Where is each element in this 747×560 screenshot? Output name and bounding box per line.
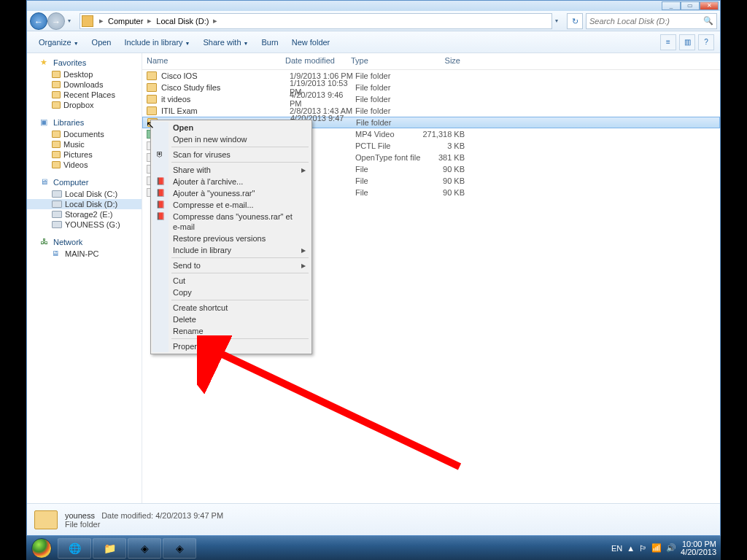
burn-button[interactable]: Burn <box>255 35 284 50</box>
folder-icon <box>34 510 58 529</box>
folder-icon <box>52 141 61 148</box>
sidebar-favorites[interactable]: ★Favorites <box>27 56 142 69</box>
sidebar-item-pictures[interactable]: Pictures <box>27 149 142 160</box>
taskbar: 🌐 📁 ◈ ◈ EN ▲ 🏳 📶 🔊 10:00 PM 4/20/2013 <box>26 536 721 560</box>
toolbar: Organize▼ Open Include in library▼ Share… <box>27 31 720 53</box>
tray-clock[interactable]: 10:00 PM 4/20/2013 <box>681 540 716 556</box>
sidebar: ★Favorites Desktop Downloads Recent Plac… <box>27 53 142 503</box>
sidebar-item-drive-e[interactable]: Storage2 (E:) <box>27 209 142 219</box>
tray-volume-icon[interactable]: 🔊 <box>666 543 676 553</box>
cm-properties[interactable]: Properties <box>152 341 310 352</box>
chevron-right-icon: ▶ <box>301 261 306 271</box>
navbar: ← → ▾ ▸ Computer ▸ Local Disk (D:) ▸ ▾ ↻… <box>27 11 720 31</box>
cm-add-archive[interactable]: 📕Ajouter à l'archive... <box>152 176 310 187</box>
sidebar-item-documents[interactable]: Documents <box>27 129 142 139</box>
network-icon: 🖧 <box>40 237 50 247</box>
include-library-button[interactable]: Include in library▼ <box>119 35 196 50</box>
file-type: File folder <box>355 95 421 104</box>
file-row[interactable]: it videos4/20/2013 9:46 PMFile folder <box>142 93 720 105</box>
cm-restore-versions[interactable]: Restore previous versions <box>152 233 310 244</box>
file-size: 381 KB <box>421 153 465 162</box>
cm-compress-email[interactable]: 📕Compresse et e-mail... <box>152 199 310 211</box>
breadcrumb-drive[interactable]: Local Disk (D:) <box>155 17 210 26</box>
file-type: File folder <box>355 106 421 115</box>
separator <box>171 147 309 147</box>
tray-action-center-icon[interactable]: 🏳 <box>639 544 647 553</box>
cm-cut[interactable]: Cut <box>152 275 310 287</box>
file-type: PCTL File <box>355 141 421 150</box>
sidebar-item-drive-c[interactable]: Local Disk (C:) <box>27 189 142 199</box>
refresh-button[interactable]: ↻ <box>567 13 583 29</box>
taskbar-explorer[interactable]: 📁 <box>93 538 126 559</box>
sidebar-item-mainpc[interactable]: 🖥MAIN-PC <box>27 249 142 259</box>
chevron-right-icon[interactable]: ▸ <box>96 16 107 26</box>
maximize-button[interactable]: ▭ <box>681 1 700 10</box>
breadcrumb-dropdown[interactable]: ▾ <box>555 14 564 28</box>
cm-open-new-window[interactable]: Open in new window <box>152 133 310 145</box>
col-date[interactable]: Date modified <box>285 56 351 65</box>
cm-share-with[interactable]: Share with▶ <box>152 164 310 176</box>
preview-pane-button[interactable]: ▥ <box>679 34 695 50</box>
minimize-button[interactable]: _ <box>662 1 681 10</box>
close-button[interactable]: ✕ <box>700 1 719 10</box>
organize-button[interactable]: Organize▼ <box>33 35 85 50</box>
chevron-right-icon: ▶ <box>301 246 306 256</box>
explorer-window: _ ▭ ✕ ← → ▾ ▸ Computer ▸ Local Disk (D:)… <box>26 0 721 536</box>
taskbar-ie[interactable]: 🌐 <box>58 538 91 559</box>
chevron-right-icon[interactable]: ▸ <box>144 16 155 26</box>
cm-copy[interactable]: Copy <box>152 287 310 298</box>
help-button[interactable]: ? <box>698 34 714 50</box>
start-button[interactable] <box>26 536 57 560</box>
sidebar-item-recent[interactable]: Recent Places <box>27 90 142 100</box>
col-name[interactable]: Name <box>142 56 285 65</box>
forward-button[interactable]: → <box>47 12 65 30</box>
sidebar-item-downloads[interactable]: Downloads <box>27 79 142 90</box>
sidebar-item-desktop[interactable]: Desktop <box>27 69 142 79</box>
separator <box>171 257 309 258</box>
search-box[interactable]: 🔍 <box>586 13 717 29</box>
new-folder-button[interactable]: New folder <box>286 35 336 50</box>
search-icon[interactable]: 🔍 <box>703 16 713 26</box>
folder-icon <box>147 83 157 92</box>
cm-create-shortcut[interactable]: Create shortcut <box>152 302 310 314</box>
breadcrumb-computer[interactable]: Computer <box>107 17 144 26</box>
tray-network-icon[interactable]: 📶 <box>651 543 662 553</box>
taskbar-app[interactable]: ◈ <box>128 538 161 559</box>
cm-scan-viruses[interactable]: ⛨Scan for viruses <box>152 149 310 160</box>
sidebar-network[interactable]: 🖧Network <box>27 236 142 249</box>
search-input[interactable] <box>589 17 703 26</box>
cm-add-rar[interactable]: 📕Ajouter à "youness.rar" <box>152 187 310 199</box>
cm-include-library[interactable]: Include in library▶ <box>152 244 310 256</box>
file-row[interactable]: Cisco Study files1/19/2013 10:53 PMFile … <box>142 82 720 93</box>
sidebar-item-drive-g[interactable]: YOUNESS (G:) <box>27 219 142 230</box>
tray-lang[interactable]: EN <box>611 544 622 553</box>
cm-send-to[interactable]: Send to▶ <box>152 260 310 271</box>
archive-icon: 📕 <box>156 188 166 198</box>
file-date: 4/20/2013 9:46 PM <box>290 90 355 108</box>
taskbar-app[interactable]: ◈ <box>163 538 196 559</box>
cm-delete[interactable]: Delete <box>152 314 310 325</box>
folder-icon <box>52 81 61 88</box>
col-size[interactable]: Size <box>417 56 460 65</box>
sidebar-item-drive-d[interactable]: Local Disk (D:) <box>27 199 142 209</box>
breadcrumb[interactable]: ▸ Computer ▸ Local Disk (D:) ▸ <box>80 13 552 29</box>
sidebar-item-videos[interactable]: Videos <box>27 160 142 170</box>
sidebar-item-music[interactable]: Music <box>27 139 142 149</box>
cm-open[interactable]: Open <box>152 122 310 133</box>
sidebar-item-dropbox[interactable]: Dropbox <box>27 100 142 110</box>
file-row[interactable]: Cisco IOS1/9/2013 1:06 PMFile folder <box>142 70 720 82</box>
open-button[interactable]: Open <box>86 35 117 50</box>
cm-rename[interactable]: Rename <box>152 325 310 337</box>
sidebar-computer[interactable]: 🖥Computer <box>27 176 142 189</box>
separator <box>171 300 309 300</box>
col-type[interactable]: Type <box>351 56 417 65</box>
share-with-button[interactable]: Share with▼ <box>198 35 255 50</box>
sidebar-libraries[interactable]: ▣Libraries <box>27 116 142 129</box>
back-button[interactable]: ← <box>30 12 47 30</box>
file-row[interactable]: ITIL Exam2/8/2013 1:43 AMFile folder <box>142 105 720 117</box>
history-dropdown[interactable]: ▾ <box>68 14 77 28</box>
tray-expand-icon[interactable]: ▲ <box>627 544 635 553</box>
chevron-right-icon[interactable]: ▸ <box>210 16 220 26</box>
view-button[interactable]: ≡ <box>660 34 676 50</box>
cm-compress-rar-email[interactable]: 📕Compresse dans "youness.rar" et e-mail <box>152 211 310 233</box>
